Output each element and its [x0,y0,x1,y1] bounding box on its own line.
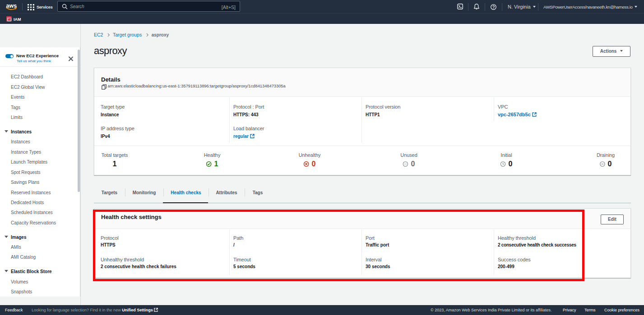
svg-text:aws: aws [6,2,17,9]
